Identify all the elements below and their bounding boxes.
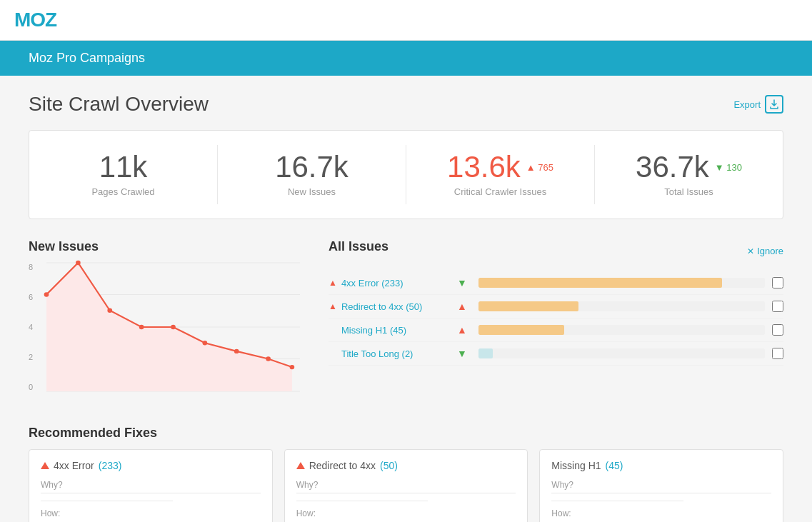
fix-card-count-missing-h1: (45) — [606, 460, 623, 471]
issues-header: All Issues ✕ Ignore — [329, 239, 783, 263]
stat-label-critical: Critical Crawler Issues — [421, 186, 580, 197]
stat-value-row-total: 36.7k ▼ 130 — [609, 152, 768, 182]
issues-table: ▲ 4xx Error (233) ▼ ▲ Redirect t — [329, 271, 783, 366]
chart-y-labels: 8 6 4 2 0 — [29, 263, 43, 391]
chart-area — [46, 263, 300, 391]
trend-icon-redirect: ▲ — [457, 301, 471, 312]
issue-bar-container-title-too-long — [478, 348, 765, 358]
y-label-6: 6 — [29, 293, 43, 301]
issue-bar-4xx — [478, 278, 722, 288]
warning-triangle-redirect — [296, 462, 305, 469]
issue-row-4xx-error: ▲ 4xx Error (233) ▼ — [329, 271, 783, 295]
svg-point-14 — [290, 365, 295, 369]
fix-card-name-missing-h1: Missing H1 — [551, 460, 601, 471]
svg-point-7 — [76, 261, 81, 265]
svg-point-9 — [139, 325, 144, 329]
fix-why-line2-4xx — [41, 501, 173, 501]
issue-row-title-too-long: Title Too Long (2) ▼ — [329, 342, 783, 366]
stat-critical-issues: 13.6k ▲ 765 Critical Crawler Issues — [406, 145, 595, 204]
stats-bar: 11k Pages Crawled 16.7k New Issues 13.6k… — [29, 130, 783, 219]
trend-icon-4xx: ▼ — [457, 277, 471, 288]
stat-total-issues: 36.7k ▼ 130 Total Issues — [595, 145, 783, 204]
svg-point-12 — [234, 349, 239, 353]
issue-label-title-too-long: Title Too Long (2) — [341, 348, 413, 359]
nav-title: Moz Pro Campaigns — [29, 51, 783, 66]
issue-label-missing-h1: Missing H1 (45) — [341, 325, 406, 336]
ignore-button[interactable]: ✕ Ignore — [747, 246, 783, 256]
trend-icon-title-too-long: ▼ — [457, 348, 471, 359]
app-wrapper: MOZ Moz Pro Campaigns Site Crawl Overvie… — [0, 0, 812, 522]
issue-checkbox-missing-h1[interactable] — [772, 324, 783, 336]
fix-why-line1-4xx — [41, 493, 261, 493]
fix-card-4xx: 4xx Error (233) Why? How: — [29, 449, 273, 522]
fix-why-line1-missing-h1 — [551, 493, 771, 493]
new-issues-chart-section: New Issues 8 6 4 2 0 — [29, 239, 300, 406]
stat-value-new-issues: 16.7k — [232, 152, 391, 182]
y-label-2: 2 — [29, 353, 43, 361]
all-issues-title: All Issues — [329, 239, 389, 254]
fix-why-label-4xx: Why? — [41, 480, 261, 490]
stat-value-row-critical: 13.6k ▲ 765 — [421, 152, 580, 182]
fix-why-line2-redirect — [296, 501, 428, 501]
y-label-0: 0 — [29, 383, 43, 391]
warning-triangle-4xx — [41, 462, 49, 469]
stat-label-pages: Pages Crawled — [44, 186, 203, 197]
warning-icon-redirect: ▲ — [329, 301, 337, 311]
svg-point-6 — [44, 292, 49, 296]
issue-checkbox-4xx[interactable] — [772, 277, 783, 288]
ignore-x-icon: ✕ — [747, 246, 754, 256]
issue-name-4xx[interactable]: ▲ 4xx Error (233) — [329, 278, 450, 288]
recommended-fixes-title: Recommended Fixes — [29, 426, 783, 441]
stat-delta-total: ▼ 130 — [715, 162, 742, 173]
fix-card-count-redirect: (50) — [380, 460, 398, 471]
export-icon — [765, 95, 783, 114]
new-issues-title: New Issues — [29, 239, 300, 254]
trend-icon-missing-h1: ▲ — [457, 324, 471, 336]
issue-bar-container-4xx — [478, 278, 765, 288]
stat-new-issues: 16.7k New Issues — [218, 145, 406, 204]
stat-label-new-issues: New Issues — [232, 186, 391, 197]
issue-name-title-too-long[interactable]: Title Too Long (2) — [329, 348, 450, 359]
all-issues-section: All Issues ✕ Ignore ▲ 4xx Error (233) ▼ — [329, 239, 783, 406]
export-button[interactable]: Export — [733, 95, 783, 114]
issue-checkbox-redirect[interactable] — [772, 301, 783, 312]
issue-checkbox-title-too-long[interactable] — [772, 348, 783, 359]
fix-card-title-4xx: 4xx Error (233) — [41, 460, 261, 471]
warning-icon-4xx: ▲ — [329, 278, 337, 288]
fix-why-label-missing-h1: Why? — [551, 480, 771, 490]
chart-container: 8 6 4 2 0 — [29, 263, 300, 406]
stat-value-total: 36.7k — [636, 152, 709, 182]
y-label-4: 4 — [29, 323, 43, 331]
fix-how-label-redirect: How: — [296, 508, 516, 518]
fix-why-label-redirect: Why? — [296, 480, 516, 490]
issue-label-redirect: Redirect to 4xx (50) — [341, 301, 422, 312]
stat-value-critical: 13.6k — [447, 152, 521, 182]
svg-point-10 — [171, 325, 176, 329]
issue-bar-container-missing-h1 — [478, 325, 765, 335]
svg-point-13 — [266, 356, 271, 361]
svg-point-8 — [107, 308, 112, 313]
stat-delta-critical: ▲ 765 — [526, 162, 553, 173]
ignore-label: Ignore — [757, 246, 783, 256]
issue-name-missing-h1[interactable]: Missing H1 (45) — [329, 325, 450, 336]
blue-header: Moz Pro Campaigns — [0, 41, 812, 76]
fix-card-count-4xx: (233) — [99, 460, 122, 471]
main-content: Site Crawl Overview Export 11k Pages Cra… — [0, 76, 812, 522]
fix-why-line2-missing-h1 — [551, 501, 683, 501]
issue-label-4xx: 4xx Error (233) — [341, 278, 404, 288]
svg-point-11 — [203, 341, 208, 345]
stat-value-pages: 11k — [44, 152, 203, 182]
stat-label-total: Total Issues — [609, 186, 768, 197]
fix-card-name-redirect: Redirect to 4xx — [309, 460, 376, 471]
fix-card-redirect: Redirect to 4xx (50) Why? How: — [284, 449, 528, 522]
issue-row-missing-h1: Missing H1 (45) ▲ — [329, 318, 783, 342]
page-title: Site Crawl Overview — [29, 93, 209, 116]
issue-name-redirect[interactable]: ▲ Redirect to 4xx (50) — [329, 301, 450, 312]
issue-row-redirect: ▲ Redirect to 4xx (50) ▲ — [329, 295, 783, 318]
fix-card-title-redirect: Redirect to 4xx (50) — [296, 460, 516, 471]
export-label: Export — [733, 99, 761, 110]
issue-bar-redirect — [478, 301, 578, 311]
issue-bar-missing-h1 — [478, 325, 564, 335]
two-col-section: New Issues 8 6 4 2 0 — [29, 239, 783, 406]
top-nav: MOZ — [0, 0, 812, 41]
